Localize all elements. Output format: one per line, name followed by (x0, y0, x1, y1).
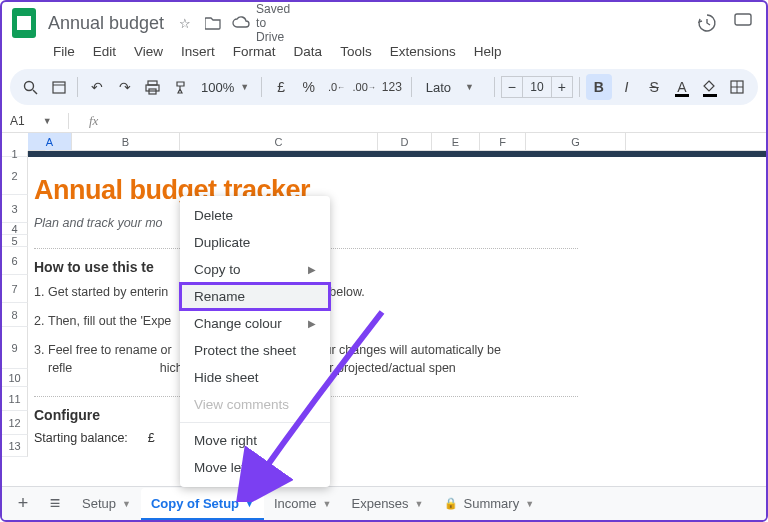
currency-button[interactable]: £ (268, 74, 294, 100)
menu-file[interactable]: File (46, 40, 82, 63)
star-icon[interactable]: ☆ (176, 14, 194, 32)
document-title[interactable]: Annual budget (44, 11, 168, 36)
calendar-icon[interactable] (46, 74, 72, 100)
chevron-down-icon[interactable]: ▼ (122, 499, 131, 509)
row-header-8[interactable]: 8 (2, 303, 28, 327)
text-color-button[interactable]: A (669, 74, 695, 100)
increase-decimal-button[interactable]: .00→ (351, 74, 377, 100)
menu-edit[interactable]: Edit (86, 40, 123, 63)
column-header-E[interactable]: E (432, 133, 480, 150)
row-header-2[interactable]: 2 (2, 157, 28, 195)
context-change-colour[interactable]: Change colour▶ (180, 310, 330, 337)
add-sheet-button[interactable]: + (8, 490, 38, 518)
chevron-down-icon[interactable]: ▼ (245, 499, 254, 509)
column-header-G[interactable]: G (526, 133, 626, 150)
menu-format[interactable]: Format (226, 40, 283, 63)
column-header-B[interactable]: B (72, 133, 180, 150)
column-header-D[interactable]: D (378, 133, 432, 150)
row-header-3[interactable]: 3 (2, 195, 28, 223)
font-family-select[interactable]: Lato▼ (418, 80, 488, 95)
font-size-decrease[interactable]: − (501, 76, 523, 98)
context-protect-the-sheet[interactable]: Protect the sheet (180, 337, 330, 364)
row-header-6[interactable]: 6 (2, 247, 28, 275)
starting-balance-value: £ (148, 431, 155, 445)
sheet-tab-bar: + ≡ Setup▼Copy of Setup▼Income▼Expenses▼… (2, 486, 766, 520)
context-move-left[interactable]: Move left (180, 454, 330, 481)
formula-bar[interactable] (98, 109, 758, 132)
fill-color-button[interactable] (697, 74, 723, 100)
sheet-tab-summary[interactable]: 🔒Summary▼ (434, 488, 545, 520)
row-header-4[interactable]: 4 (2, 223, 28, 235)
menu-insert[interactable]: Insert (174, 40, 222, 63)
row-header-9[interactable]: 9 (2, 327, 28, 369)
column-header-F[interactable]: F (480, 133, 526, 150)
lock-icon: 🔒 (444, 497, 458, 510)
row-header-11[interactable]: 11 (2, 387, 28, 411)
svg-point-1 (25, 81, 34, 90)
save-status: Saved to Drive (264, 14, 282, 32)
version-history-icon[interactable] (696, 12, 718, 34)
sheet-tab-expenses[interactable]: Expenses▼ (342, 488, 434, 520)
row-header-12[interactable]: 12 (2, 411, 28, 435)
redo-icon[interactable]: ↷ (112, 74, 138, 100)
font-size-stepper: − 10 + (501, 76, 573, 98)
sheet-tab-copy-of-setup[interactable]: Copy of Setup▼ (141, 488, 264, 520)
search-menus-icon[interactable] (18, 74, 44, 100)
svg-rect-4 (146, 85, 159, 91)
font-size-input[interactable]: 10 (523, 76, 551, 98)
print-icon[interactable] (140, 74, 166, 100)
svg-rect-0 (735, 14, 751, 25)
column-header-A[interactable]: A (28, 133, 72, 150)
fx-icon: fx (89, 113, 98, 129)
toolbar: ↶ ↷ 100%▼ £ % .0← .00→ 123 Lato▼ − 10 + … (10, 69, 758, 105)
strikethrough-button[interactable]: S (641, 74, 667, 100)
comment-history-icon[interactable] (734, 12, 756, 34)
sheet-tab-income[interactable]: Income▼ (264, 488, 342, 520)
all-sheets-button[interactable]: ≡ (40, 490, 70, 518)
column-header-C[interactable]: C (180, 133, 378, 150)
starting-balance-label: Starting balance: (34, 431, 128, 445)
cloud-status-icon[interactable] (232, 14, 250, 32)
chevron-down-icon[interactable]: ▼ (415, 499, 424, 509)
move-folder-icon[interactable] (204, 14, 222, 32)
sheet-tab-setup[interactable]: Setup▼ (72, 488, 141, 520)
percent-button[interactable]: % (296, 74, 322, 100)
spreadsheet-grid[interactable]: ABCDEFG 12345678910111213 Annual budget … (2, 133, 766, 151)
context-hide-sheet[interactable]: Hide sheet (180, 364, 330, 391)
row-header-5[interactable]: 5 (2, 235, 28, 247)
menu-extensions[interactable]: Extensions (383, 40, 463, 63)
menu-view[interactable]: View (127, 40, 170, 63)
decrease-decimal-button[interactable]: .0← (324, 74, 350, 100)
font-size-increase[interactable]: + (551, 76, 573, 98)
menu-help[interactable]: Help (467, 40, 509, 63)
menu-data[interactable]: Data (287, 40, 330, 63)
sheet-context-menu: DeleteDuplicateCopy to▶RenameChange colo… (180, 196, 330, 487)
name-box[interactable]: A1▼ (10, 114, 62, 128)
menu-tools[interactable]: Tools (333, 40, 379, 63)
paint-format-icon[interactable] (167, 74, 193, 100)
context-duplicate[interactable]: Duplicate (180, 229, 330, 256)
row-header-13[interactable]: 13 (2, 435, 28, 457)
chevron-down-icon[interactable]: ▼ (323, 499, 332, 509)
borders-button[interactable] (724, 74, 750, 100)
chevron-down-icon[interactable]: ▼ (525, 499, 534, 509)
row-header-7[interactable]: 7 (2, 275, 28, 303)
zoom-select[interactable]: 100%▼ (195, 80, 255, 95)
undo-icon[interactable]: ↶ (84, 74, 110, 100)
context-view-comments: View comments (180, 391, 330, 418)
row-header-10[interactable]: 10 (2, 369, 28, 387)
italic-button[interactable]: I (614, 74, 640, 100)
svg-rect-2 (53, 82, 65, 93)
bold-button[interactable]: B (586, 74, 612, 100)
context-rename[interactable]: Rename (180, 283, 330, 310)
context-copy-to[interactable]: Copy to▶ (180, 256, 330, 283)
sheets-logo-icon[interactable] (12, 8, 36, 38)
number-format-button[interactable]: 123 (379, 74, 405, 100)
context-delete[interactable]: Delete (180, 202, 330, 229)
context-move-right[interactable]: Move right (180, 427, 330, 454)
menu-bar: File Edit View Insert Format Data Tools … (46, 40, 756, 63)
